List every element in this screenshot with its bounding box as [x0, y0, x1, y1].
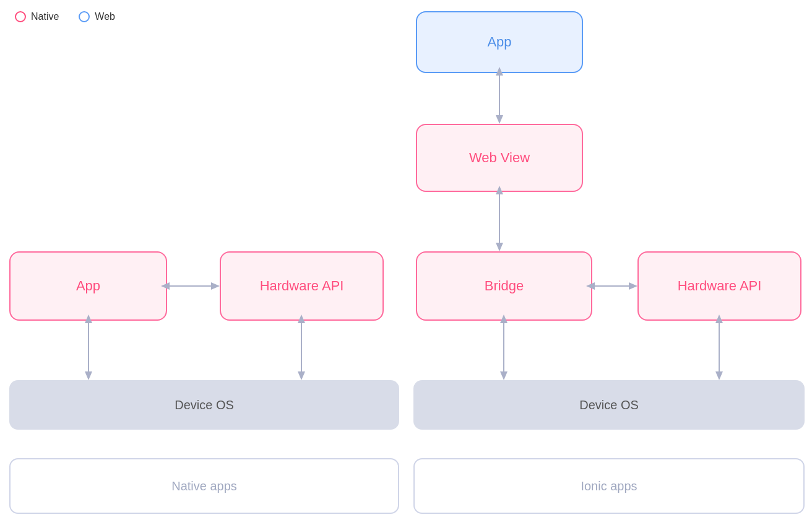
bridge-label: Bridge — [485, 278, 524, 294]
hardware-api-left-label: Hardware API — [260, 278, 344, 294]
bridge-box: Bridge — [416, 251, 592, 321]
app-native-box: App — [9, 251, 167, 321]
hardware-api-right-box: Hardware API — [637, 251, 801, 321]
web-view-label: Web View — [469, 150, 530, 166]
device-os-left-label: Device OS — [175, 398, 234, 412]
ionic-apps-label: Ionic apps — [581, 479, 637, 493]
app-web-label: App — [487, 34, 511, 50]
app-web-box: App — [416, 11, 583, 73]
ionic-apps-box: Ionic apps — [413, 458, 805, 514]
device-os-right-box: Device OS — [413, 380, 805, 430]
architecture-diagram: App Web View Bridge Hardware API App Har… — [0, 0, 812, 525]
hardware-api-left-box: Hardware API — [220, 251, 384, 321]
device-os-right-label: Device OS — [579, 398, 639, 412]
device-os-left-box: Device OS — [9, 380, 399, 430]
native-apps-box: Native apps — [9, 458, 399, 514]
hardware-api-right-label: Hardware API — [678, 278, 762, 294]
web-view-box: Web View — [416, 124, 583, 192]
native-apps-label: Native apps — [171, 479, 237, 493]
app-native-label: App — [76, 278, 100, 294]
